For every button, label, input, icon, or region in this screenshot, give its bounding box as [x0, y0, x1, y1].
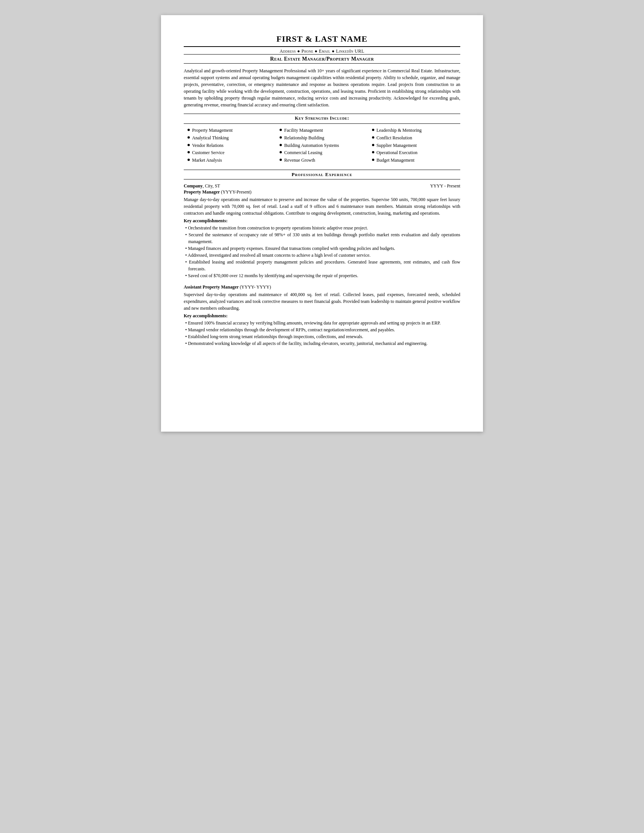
job-1-accomplishments-title: Key accomplishments:: [184, 218, 460, 224]
list-item: Market Analysis: [188, 157, 272, 164]
accomplishment-item: • Secured the sustenance of occupancy ra…: [185, 232, 460, 245]
job-2-title-row: Assistant Property Manager (YYYY- YYYY): [184, 285, 460, 290]
list-item: Analytical Thinking: [188, 134, 272, 142]
strengths-section-title: Key Strengths Include:: [184, 116, 460, 121]
professional-experience-section: Professional Experience Company, City, S…: [184, 170, 460, 347]
accomplishment-item: • Saved cost of $70,000 over 12 months b…: [185, 272, 460, 279]
resume-page: First & Last Name Address ● Phone ● Emai…: [161, 15, 483, 432]
bullet-icon: [372, 159, 374, 161]
job-1-dates: YYYY - Present: [430, 183, 460, 189]
header-contact: Address ● Phone ● Email ● LinkedIn URL: [184, 48, 460, 54]
list-item: Customer Service: [188, 149, 272, 157]
header: First & Last Name Address ● Phone ● Emai…: [184, 34, 460, 64]
list-item: Operational Execution: [372, 149, 456, 157]
prof-exp-section-title: Professional Experience: [184, 172, 460, 178]
accomplishment-item: • Demonstrated working knowledge of all …: [185, 340, 460, 347]
job-1-title-row: Property Manager (YYYY-Present): [184, 189, 460, 195]
list-item: Commercial Leasing: [280, 149, 364, 157]
prof-exp-top-divider: [184, 170, 460, 170]
job-entry-1: Company, City, ST YYYY - Present Propert…: [184, 183, 460, 279]
accomplishment-item: • Established long-term strong tenant re…: [185, 333, 460, 340]
list-item: Vendor Relations: [188, 142, 272, 150]
accomplishment-item: • Addressed, investigated and resolved a…: [185, 252, 460, 259]
job-1-company: Company, City, ST: [184, 183, 220, 189]
job-1-description: Manage day-to-day operations and mainten…: [184, 196, 460, 217]
strengths-bottom-divider: [184, 124, 460, 124]
prof-exp-bottom-divider: [184, 179, 460, 180]
job-entry-2: Assistant Property Manager (YYYY- YYYY) …: [184, 285, 460, 347]
list-item: Property Management: [188, 127, 272, 134]
bullet-icon: [280, 129, 282, 131]
list-item: Budget Management: [372, 157, 456, 164]
bullet-icon: [188, 159, 190, 161]
list-item: Relationship Building: [280, 134, 364, 142]
strengths-col-2: Facility Management Relationship Buildin…: [280, 127, 364, 164]
bullet-icon: [372, 151, 374, 153]
list-item: Conflict Resolution: [372, 134, 456, 142]
header-top-divider: [184, 46, 460, 47]
job-2-accomplishments-title: Key accomplishments:: [184, 313, 460, 319]
summary-text: Analytical and growth-oriented Property …: [184, 68, 460, 108]
header-bottom-divider: [184, 63, 460, 64]
list-item: Supplier Management: [372, 142, 456, 150]
list-item: Leadership & Mentoring: [372, 127, 456, 134]
job-2-description: Supervised day-to-day operations and mai…: [184, 291, 460, 312]
strengths-top-divider: [184, 114, 460, 114]
bullet-icon: [280, 136, 282, 138]
bullet-icon: [372, 136, 374, 138]
bullet-icon: [188, 129, 190, 131]
header-name: First & Last Name: [184, 34, 460, 44]
header-title: Real Estate Manager/Property Manager: [184, 56, 460, 62]
strengths-col-1: Property Management Analytical Thinking …: [188, 127, 272, 164]
accomplishment-item: • Managed finances and property expenses…: [185, 245, 460, 252]
bullet-icon: [372, 144, 374, 146]
strengths-grid: Property Management Analytical Thinking …: [184, 127, 460, 164]
bullet-icon: [280, 144, 282, 146]
list-item: Facility Management: [280, 127, 364, 134]
list-item: Revenue Growth: [280, 157, 364, 164]
list-item: Building Automation Systems: [280, 142, 364, 150]
accomplishment-item: • Orchestrated the transition from const…: [185, 225, 460, 232]
bullet-icon: [280, 151, 282, 153]
accomplishment-item: • Ensured 100% financial accuracy by ver…: [185, 320, 460, 326]
header-mid-divider: [184, 54, 460, 55]
accomplishment-item: • Managed vendor relationships through t…: [185, 326, 460, 333]
bullet-icon: [188, 151, 190, 153]
job-1-header-row: Company, City, ST YYYY - Present: [184, 183, 460, 189]
strengths-col-3: Leadership & Mentoring Conflict Resoluti…: [372, 127, 456, 164]
bullet-icon: [372, 129, 374, 131]
bullet-icon: [280, 159, 282, 161]
bullet-icon: [188, 144, 190, 146]
accomplishment-item: • Established leasing and residential pr…: [185, 259, 460, 272]
bullet-icon: [188, 136, 190, 138]
